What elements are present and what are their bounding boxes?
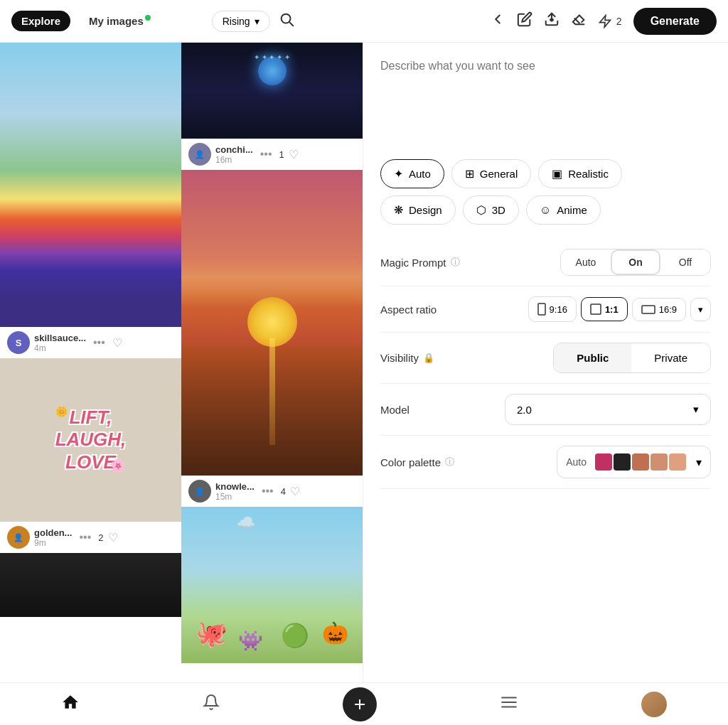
- feed-image-space[interactable]: ✦ ✦ ✦ ✦ ✦: [181, 43, 363, 139]
- style-section: ✦ Auto ⊞ General ▣ Realistic ❋ Design: [380, 159, 711, 225]
- aspect-ratio-row: Aspect ratio 9:16 1:1: [380, 286, 711, 333]
- aspect-9-16-button[interactable]: 9:16: [528, 296, 577, 322]
- more-options-button[interactable]: •••: [90, 336, 108, 349]
- svg-rect-6: [591, 304, 601, 314]
- prompt-input[interactable]: [380, 57, 711, 142]
- color-swatch-4: [651, 453, 668, 471]
- magic-prompt-row: Magic Prompt ⓘ Auto On Off: [380, 239, 711, 286]
- style-row-2: ❋ Design ⬡ 3D ☺ Anime: [380, 195, 711, 225]
- svg-line-1: [289, 22, 293, 26]
- magic-prompt-toggle-group: Auto On Off: [560, 249, 711, 276]
- color-palette-dropdown[interactable]: Auto ▾: [557, 446, 711, 478]
- my-images-tab[interactable]: My images: [79, 11, 161, 31]
- like-count: 2 ♡: [98, 531, 117, 544]
- feed-panel: S skillsauce... 4m ••• ♡ LIFT,LAUGH,: [0, 43, 363, 682]
- lightning-button[interactable]: 2: [598, 14, 622, 28]
- design-icon: ❋: [394, 203, 403, 217]
- heart-icon[interactable]: ♡: [108, 531, 118, 544]
- color-palette-controls: Auto ▾: [494, 446, 711, 478]
- visibility-controls: Public Private: [494, 343, 711, 373]
- like-count: 4 ♡: [281, 485, 300, 498]
- style-general-button[interactable]: ⊞ General: [451, 159, 531, 188]
- search-button[interactable]: [279, 11, 294, 31]
- style-realistic-button[interactable]: ▣ Realistic: [538, 159, 622, 188]
- list-item: [0, 553, 181, 617]
- more-options-button[interactable]: •••: [257, 148, 275, 161]
- aspect-expand-button[interactable]: ▾: [690, 298, 711, 321]
- rising-dropdown[interactable]: Rising ▾: [212, 11, 270, 32]
- avatar[interactable]: 👤: [188, 143, 211, 166]
- create-button[interactable]: [343, 687, 377, 721]
- avatar[interactable]: 👤: [7, 526, 30, 549]
- color-swatch-2: [614, 453, 631, 471]
- magic-prompt-off-button[interactable]: Off: [660, 249, 710, 275]
- heart-icon[interactable]: ♡: [290, 485, 300, 498]
- style-design-button[interactable]: ❋ Design: [380, 195, 456, 225]
- feed-footer-sunset: 👤 knowle... 15m ••• 4 ♡: [181, 476, 363, 507]
- explore-tab[interactable]: Explore: [11, 11, 70, 31]
- svg-rect-5: [538, 304, 545, 315]
- badge: [145, 15, 151, 21]
- aspect-ratio-label: Aspect ratio: [380, 304, 494, 316]
- visibility-private-button[interactable]: Private: [631, 343, 710, 372]
- chevron-down-icon: ▾: [255, 16, 259, 27]
- chevron-down-icon: ▾: [696, 456, 702, 469]
- model-row: Model 2.0 ▾: [380, 384, 711, 436]
- notifications-button[interactable]: [203, 694, 220, 715]
- generate-button[interactable]: Generate: [633, 8, 717, 35]
- avatar[interactable]: 👤: [188, 480, 211, 503]
- eraser-button[interactable]: [571, 11, 587, 31]
- feed-image-rainbow[interactable]: [0, 43, 181, 327]
- photo-icon: ▣: [552, 167, 562, 181]
- feed-footer-space: 👤 conchi... 16m ••• 1 ♡: [181, 139, 363, 170]
- like-count: 1 ♡: [279, 148, 299, 161]
- style-auto-button[interactable]: ✦ Auto: [380, 159, 444, 188]
- feed-username: golden... 9m: [34, 527, 72, 548]
- style-3d-button[interactable]: ⬡ 3D: [463, 195, 519, 225]
- list-item: ✦ ✦ ✦ ✦ ✦ 👤 conchi... 16m ••• 1 ♡: [181, 43, 363, 170]
- more-options-button[interactable]: •••: [259, 485, 277, 498]
- generate-panel: ✦ Auto ⊞ General ▣ Realistic ❋ Design: [363, 43, 728, 682]
- feed-image-lift-laugh[interactable]: LIFT,LAUGH,LOVE 🌸 🌼: [0, 358, 181, 522]
- back-button[interactable]: [490, 11, 505, 31]
- aspect-16-9-button[interactable]: 16:9: [632, 298, 686, 321]
- avatar[interactable]: S: [7, 331, 30, 354]
- magic-prompt-info-icon[interactable]: ⓘ: [451, 256, 460, 269]
- bottom-navigation: [0, 682, 728, 725]
- model-select-dropdown[interactable]: 2.0 ▾: [505, 394, 711, 425]
- magic-prompt-on-button[interactable]: On: [611, 249, 660, 275]
- aspect-1-1-button[interactable]: 1:1: [581, 297, 628, 321]
- settings-section: Magic Prompt ⓘ Auto On Off Aspect ratio: [380, 239, 711, 489]
- feed-column-right: ✦ ✦ ✦ ✦ ✦ 👤 conchi... 16m ••• 1 ♡: [181, 43, 363, 682]
- home-button[interactable]: [61, 693, 80, 716]
- list-item: 🐙 👾 🟢 🎃 ☁️: [181, 507, 363, 663]
- color-swatch-3: [632, 453, 649, 471]
- feed-image-sunset[interactable]: [181, 170, 363, 476]
- feed-username: knowle... 15m: [215, 481, 255, 502]
- feed-image-dark[interactable]: [0, 553, 181, 617]
- color-swatch-5: [669, 453, 686, 471]
- style-row-1: ✦ Auto ⊞ General ▣ Realistic: [380, 159, 711, 188]
- feed-image-monsters[interactable]: 🐙 👾 🟢 🎃 ☁️: [181, 507, 363, 663]
- profile-avatar[interactable]: [641, 692, 667, 717]
- heart-icon[interactable]: ♡: [289, 148, 299, 161]
- edit-button[interactable]: [517, 11, 532, 31]
- visibility-public-button[interactable]: Public: [554, 343, 631, 372]
- svg-marker-4: [599, 15, 610, 27]
- magic-prompt-auto-button[interactable]: Auto: [561, 249, 611, 275]
- visibility-label: Visibility 🔒: [380, 352, 494, 364]
- feed-footer-rainbow: S skillsauce... 4m ••• ♡: [0, 327, 181, 358]
- more-options-button[interactable]: •••: [76, 531, 94, 544]
- cube-icon: ⬡: [476, 203, 486, 217]
- menu-button[interactable]: [500, 693, 518, 716]
- heart-icon[interactable]: ♡: [112, 336, 122, 350]
- color-palette-info-icon[interactable]: ⓘ: [445, 456, 454, 468]
- like-count: ♡: [112, 336, 122, 350]
- visibility-row: Visibility 🔒 Public Private: [380, 333, 711, 384]
- upload-button[interactable]: [544, 11, 560, 31]
- style-anime-button[interactable]: ☺ Anime: [526, 195, 601, 225]
- nav-right-actions: 2 Generate: [490, 8, 717, 35]
- list-item: S skillsauce... 4m ••• ♡: [0, 43, 181, 358]
- list-item: 👤 knowle... 15m ••• 4 ♡: [181, 170, 363, 507]
- model-controls: 2.0 ▾: [494, 394, 711, 425]
